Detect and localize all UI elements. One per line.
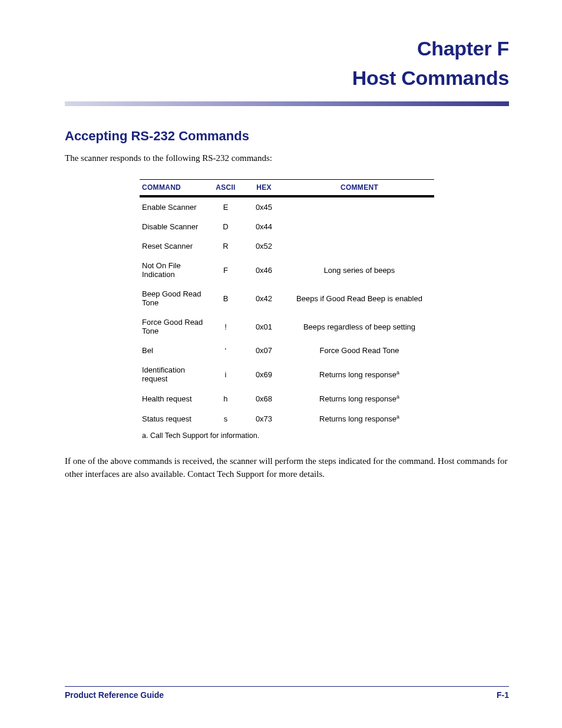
intro-paragraph: The scanner responds to the following RS… (65, 152, 509, 165)
cell-ascii: E (208, 197, 243, 218)
cell-hex: 0x07 (243, 341, 285, 360)
cell-comment: Returns long responsea (285, 388, 434, 409)
table-row: Force Good Read Tone!0x01Beeps regardles… (140, 312, 434, 341)
footer-right: F-1 (497, 690, 509, 700)
footnote-marker: a (396, 414, 399, 420)
cell-ascii: ! (208, 312, 243, 341)
footnote-marker: a (396, 370, 399, 375)
th-comment: COMMENT (285, 180, 434, 196)
outro-paragraph: If one of the above commands is received… (65, 455, 509, 481)
cell-ascii: ‘ (208, 341, 243, 360)
cell-ascii: F (208, 256, 243, 284)
cell-comment (285, 236, 434, 256)
cell-ascii: B (208, 284, 243, 312)
cell-command: Identification request (140, 360, 208, 388)
commands-table: COMMAND ASCII HEX COMMENT Enable Scanner… (140, 179, 434, 443)
gradient-rule (65, 101, 509, 106)
cell-hex: 0x69 (243, 360, 285, 388)
chapter-heading: Chapter F Host Commands (65, 35, 509, 91)
table-row: Status requests0x73Returns long response… (140, 409, 434, 429)
table-row: Bel‘0x07Force Good Read Tone (140, 341, 434, 360)
th-command: COMMAND (140, 180, 208, 196)
table-row: Beep Good Read ToneB0x42Beeps if Good Re… (140, 284, 434, 312)
chapter-line-1: Chapter F (65, 35, 509, 61)
cell-command: Health request (140, 388, 208, 409)
table-row: Enable ScannerE0x45 (140, 197, 434, 218)
cell-hex: 0x52 (243, 236, 285, 256)
page-footer: Product Reference Guide F-1 (65, 686, 509, 700)
cell-command: Not On File Indication (140, 256, 208, 284)
cell-ascii: D (208, 217, 243, 236)
cell-command: Enable Scanner (140, 197, 208, 218)
cell-hex: 0x46 (243, 256, 285, 284)
table-row: Health requesth0x68Returns long response… (140, 388, 434, 409)
cell-hex: 0x68 (243, 388, 285, 409)
table-row: Identification requesti0x69Returns long … (140, 360, 434, 388)
cell-comment (285, 197, 434, 218)
cell-comment: Returns long responsea (285, 360, 434, 388)
cell-command: Disable Scanner (140, 217, 208, 236)
cell-command: Status request (140, 409, 208, 429)
table-row: Reset ScannerR0x52 (140, 236, 434, 256)
cell-comment: Returns long responsea (285, 409, 434, 429)
cell-command: Force Good Read Tone (140, 312, 208, 341)
table-footnote-row: a. Call Tech Support for information. (140, 429, 434, 443)
cell-hex: 0x45 (243, 197, 285, 218)
cell-comment: Beeps if Good Read Beep is enabled (285, 284, 434, 312)
section-title: Accepting RS-232 Commands (65, 129, 509, 144)
cell-hex: 0x44 (243, 217, 285, 236)
cell-comment (285, 217, 434, 236)
cell-command: Beep Good Read Tone (140, 284, 208, 312)
cell-ascii: s (208, 409, 243, 429)
cell-hex: 0x42 (243, 284, 285, 312)
cell-ascii: h (208, 388, 243, 409)
table-row: Disable ScannerD0x44 (140, 217, 434, 236)
cell-command: Bel (140, 341, 208, 360)
table-footnote: a. Call Tech Support for information. (140, 429, 434, 443)
footnote-marker: a (396, 394, 399, 400)
footer-rule (65, 686, 509, 687)
cell-comment: Force Good Read Tone (285, 341, 434, 360)
chapter-line-2: Host Commands (65, 65, 509, 91)
commands-table-wrap: COMMAND ASCII HEX COMMENT Enable Scanner… (65, 179, 509, 443)
th-hex: HEX (243, 180, 285, 196)
footer-left: Product Reference Guide (65, 690, 164, 700)
cell-ascii: R (208, 236, 243, 256)
cell-comment: Beeps regardless of beep setting (285, 312, 434, 341)
th-ascii: ASCII (208, 180, 243, 196)
table-row: Not On File IndicationF0x46Long series o… (140, 256, 434, 284)
cell-hex: 0x73 (243, 409, 285, 429)
cell-command: Reset Scanner (140, 236, 208, 256)
cell-comment: Long series of beeps (285, 256, 434, 284)
cell-hex: 0x01 (243, 312, 285, 341)
cell-ascii: i (208, 360, 243, 388)
